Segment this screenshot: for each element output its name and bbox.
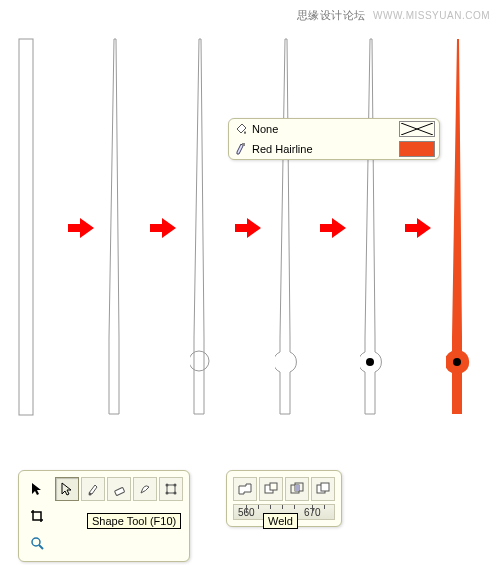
arrow-icon <box>68 218 94 238</box>
arrow-icon <box>235 218 261 238</box>
svg-point-10 <box>166 484 169 487</box>
svg-point-11 <box>174 484 177 487</box>
svg-rect-22 <box>321 483 329 491</box>
svg-rect-9 <box>167 485 175 493</box>
illustration-stage: None Red Hairline <box>10 38 490 448</box>
weld-tooltip: Weld <box>263 513 298 529</box>
intersect-button[interactable] <box>285 477 309 501</box>
smudge-tool-button[interactable] <box>133 477 157 501</box>
toolbox-panel: Shape Tool (F10) <box>18 470 190 562</box>
svg-point-13 <box>174 492 177 495</box>
svg-line-15 <box>39 545 43 549</box>
bucket-icon <box>233 122 248 137</box>
svg-rect-6 <box>242 143 245 146</box>
trim-button[interactable] <box>259 477 283 501</box>
svg-point-12 <box>166 492 169 495</box>
arrow-icon <box>405 218 431 238</box>
fill-none-row[interactable]: None <box>229 119 439 139</box>
knife-tool-button[interactable] <box>81 477 105 501</box>
eraser-tool-button[interactable] <box>107 477 131 501</box>
step-4-shape <box>275 38 297 418</box>
svg-point-1 <box>190 351 209 371</box>
watermark: 思缘设计论坛 WWW.MISSYUAN.COM <box>297 8 490 23</box>
step-5-shape <box>360 38 382 418</box>
pick-tool-icon[interactable] <box>25 477 49 501</box>
svg-rect-8 <box>114 487 124 495</box>
step-1-shape <box>18 38 36 418</box>
simplify-button[interactable] <box>311 477 335 501</box>
outline-red-row[interactable]: Red Hairline <box>229 139 439 159</box>
svg-point-3 <box>453 358 461 366</box>
svg-rect-0 <box>19 39 33 415</box>
step-3-shape <box>190 38 210 418</box>
svg-rect-17 <box>270 483 277 490</box>
shaping-panel: 560 670 Weld <box>226 470 342 527</box>
swatch-red <box>399 141 435 157</box>
weld-button[interactable] <box>233 477 257 501</box>
svg-point-14 <box>32 538 40 546</box>
svg-point-2 <box>366 358 374 366</box>
arrow-icon <box>320 218 346 238</box>
shape-tool-tooltip: Shape Tool (F10) <box>87 513 181 529</box>
swatch-none <box>399 121 435 137</box>
arrow-icon <box>150 218 176 238</box>
step-2-shape <box>106 38 124 418</box>
pen-icon <box>233 142 248 157</box>
shape-tool-button[interactable] <box>55 477 79 501</box>
zoom-tool-icon[interactable] <box>25 531 49 555</box>
transform-tool-button[interactable] <box>159 477 183 501</box>
crop-tool-icon[interactable] <box>25 504 49 528</box>
watermark-cn: 思缘设计论坛 <box>297 9 366 21</box>
color-popup: None Red Hairline <box>228 118 440 160</box>
step-6-shape <box>446 38 470 418</box>
svg-rect-20 <box>295 485 299 491</box>
fill-label: None <box>252 123 393 135</box>
outline-label: Red Hairline <box>252 143 393 155</box>
watermark-url: WWW.MISSYUAN.COM <box>373 10 490 21</box>
svg-point-7 <box>89 493 92 496</box>
